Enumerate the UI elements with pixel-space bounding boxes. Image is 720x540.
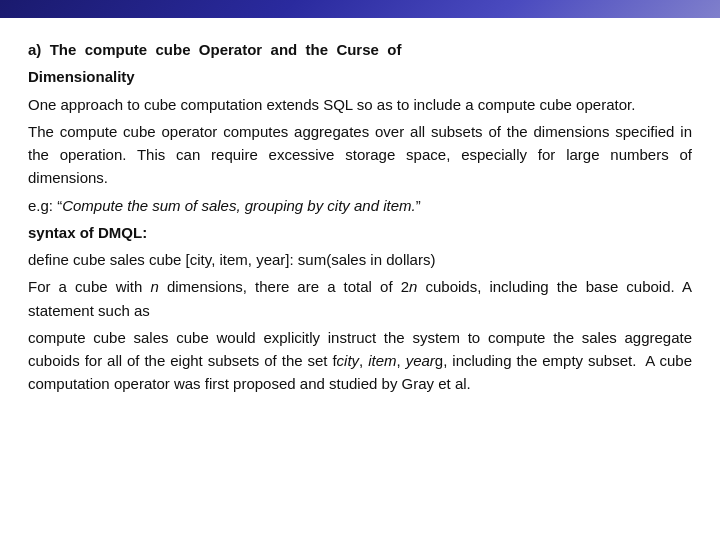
- para1-text: One approach to cube computation extends…: [28, 96, 635, 113]
- para6: compute cube sales cube would explicitly…: [28, 326, 692, 396]
- dimensionality-bold: Dimensionality: [28, 68, 135, 85]
- para3-suffix: ”: [416, 197, 421, 214]
- para2-text: The compute cube operator computes aggre…: [28, 123, 692, 187]
- para5-text: For a cube with n dimensions, there are …: [28, 278, 692, 318]
- para4-text: define cube sales cube [city, item, year…: [28, 251, 435, 268]
- para5: For a cube with n dimensions, there are …: [28, 275, 692, 322]
- para2: The compute cube operator computes aggre…: [28, 120, 692, 190]
- year-italic: year: [406, 352, 435, 369]
- para3-italic: Compute the sum of sales, grouping by ci…: [62, 197, 416, 214]
- para3-prefix: e.g: “: [28, 197, 62, 214]
- header-bar: [0, 0, 720, 18]
- dimensionality-line: Dimensionality: [28, 65, 692, 88]
- title-text: a) The compute cube Operator and the Cur…: [28, 41, 401, 58]
- content-area: a) The compute cube Operator and the Cur…: [0, 18, 720, 420]
- n-italic-1: n: [150, 278, 158, 295]
- syntax-line: syntax of DMQL:: [28, 221, 692, 244]
- para1: One approach to cube computation extends…: [28, 93, 692, 116]
- para6-text: compute cube sales cube would explicitly…: [28, 329, 692, 393]
- item-italic: item: [368, 352, 396, 369]
- city-italic: city: [337, 352, 360, 369]
- para3: e.g: “Compute the sum of sales, grouping…: [28, 194, 692, 217]
- title-line: a) The compute cube Operator and the Cur…: [28, 38, 692, 61]
- para4: define cube sales cube [city, item, year…: [28, 248, 692, 271]
- syntax-label: syntax of DMQL:: [28, 224, 147, 241]
- n-italic-2: n: [409, 278, 417, 295]
